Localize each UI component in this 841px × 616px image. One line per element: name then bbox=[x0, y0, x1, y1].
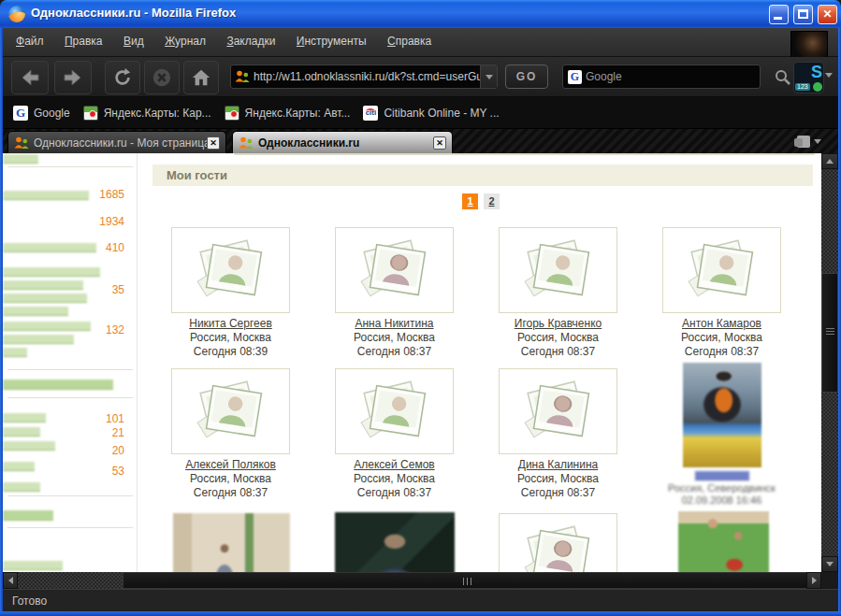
bookmark-google[interactable]: G Google bbox=[13, 106, 70, 121]
menu-view[interactable]: Вид bbox=[115, 35, 152, 48]
go-button[interactable]: GO bbox=[505, 64, 548, 89]
tab-close-icon[interactable]: ✕ bbox=[207, 136, 220, 150]
list-all-tabs-button[interactable] bbox=[797, 133, 825, 150]
guest-name-link[interactable]: Алексей Семов bbox=[335, 458, 454, 471]
yandex-maps-favicon bbox=[225, 106, 239, 121]
menu-help[interactable]: Справка bbox=[379, 35, 440, 48]
sidebar-link-obscured[interactable] bbox=[3, 413, 46, 423]
guest-name-link-obscured[interactable] bbox=[695, 471, 749, 480]
navigation-toolbar: http://w11.odnoklassniki.ru/dk?st.cmd=us… bbox=[0, 57, 841, 97]
default-avatar-icon bbox=[522, 520, 595, 572]
tab-my-page[interactable]: Одноклассники.ru - Моя страница ✕ bbox=[7, 131, 226, 153]
guest-name-link[interactable]: Алексей Поляков bbox=[171, 458, 290, 471]
scroll-right-button[interactable] bbox=[806, 572, 821, 589]
tab-close-icon[interactable]: ✕ bbox=[433, 136, 446, 150]
guest-name-link[interactable]: Игорь Кравченко bbox=[499, 317, 617, 330]
sidebar-divider bbox=[137, 153, 138, 572]
sidebar-link-obscured[interactable] bbox=[3, 561, 63, 570]
guest-visit-time: Сегодня 08:37 bbox=[662, 345, 781, 358]
scroll-down-button[interactable] bbox=[821, 556, 838, 572]
sidebar-rule bbox=[7, 166, 133, 167]
menu-history[interactable]: Журнал bbox=[156, 35, 214, 48]
forward-button[interactable] bbox=[54, 61, 92, 94]
scroll-up-button[interactable] bbox=[821, 153, 838, 169]
sidebar-counter: 53 bbox=[82, 465, 124, 478]
menu-bookmarks[interactable]: Закладки bbox=[218, 35, 283, 48]
vertical-scrollbar[interactable] bbox=[821, 153, 838, 572]
bookmark-label: Яндекс.Карты: Кар... bbox=[104, 107, 211, 120]
guest-photo[interactable] bbox=[173, 513, 290, 572]
pagination-page-1[interactable]: 1 bbox=[462, 193, 478, 209]
vertical-scroll-thumb[interactable] bbox=[821, 273, 838, 393]
sidebar-link-obscured[interactable] bbox=[3, 154, 38, 164]
guest-name-link[interactable]: Анна Никитина bbox=[335, 317, 454, 330]
guest-avatar[interactable] bbox=[499, 227, 617, 313]
sidebar-link-obscured[interactable] bbox=[3, 482, 40, 492]
pagination-page-2[interactable]: 2 bbox=[484, 193, 500, 209]
guest-photo[interactable] bbox=[678, 511, 769, 572]
address-bar[interactable]: http://w11.odnoklassniki.ru/dk?st.cmd=us… bbox=[230, 64, 498, 89]
guest-name-link[interactable]: Антон Камаров bbox=[662, 317, 781, 330]
guest-avatar[interactable] bbox=[662, 227, 781, 313]
menu-tools[interactable]: Инструменты bbox=[288, 35, 375, 48]
guest-avatar[interactable] bbox=[499, 513, 617, 572]
menu-file[interactable]: Файл bbox=[7, 35, 52, 48]
bookmark-label: Яндекс.Карты: Авт... bbox=[245, 107, 351, 120]
horizontal-scrollbar[interactable] bbox=[3, 572, 821, 589]
tab-guests-active[interactable]: Одноклассники.ru ✕ bbox=[232, 131, 453, 153]
sidebar-link-obscured[interactable] bbox=[3, 335, 74, 344]
guest-avatar[interactable] bbox=[171, 368, 290, 454]
guest-card: Антон Камаров Россия, Москва Сегодня 08:… bbox=[662, 227, 781, 358]
sidebar-link-obscured[interactable] bbox=[3, 462, 35, 471]
chevron-down-icon bbox=[814, 139, 821, 144]
url-text[interactable]: http://w11.odnoklassniki.ru/dk?st.cmd=us… bbox=[250, 70, 480, 83]
sidebar-link-obscured[interactable] bbox=[3, 294, 87, 303]
search-input[interactable]: Google bbox=[586, 70, 622, 83]
bookmark-yandex-maps-2[interactable]: Яндекс.Карты: Авт... bbox=[225, 106, 351, 121]
guest-location: Россия, Москва bbox=[335, 472, 454, 485]
sidebar-link-obscured[interactable] bbox=[3, 427, 40, 437]
guest-avatar[interactable] bbox=[335, 368, 454, 454]
search-icon[interactable] bbox=[775, 69, 790, 89]
maximize-icon bbox=[798, 9, 808, 19]
skype-dropdown-icon[interactable] bbox=[825, 73, 833, 78]
sidebar-link-obscured[interactable] bbox=[3, 348, 27, 357]
sidebar-link-obscured[interactable] bbox=[3, 441, 55, 451]
google-engine-icon[interactable]: G bbox=[568, 70, 582, 84]
menu-edit[interactable]: Правка bbox=[56, 35, 111, 48]
sidebar-link-obscured[interactable] bbox=[3, 307, 68, 316]
close-button[interactable]: ✕ bbox=[818, 5, 837, 24]
scroll-left-button[interactable] bbox=[3, 572, 18, 589]
minimize-button[interactable] bbox=[769, 5, 789, 24]
stop-button[interactable] bbox=[144, 61, 180, 94]
skype-icon: S bbox=[811, 63, 822, 82]
stop-icon bbox=[152, 67, 172, 88]
horizontal-scroll-thumb[interactable] bbox=[123, 572, 807, 589]
search-bar[interactable]: G Google bbox=[562, 64, 761, 89]
sidebar-link-obscured[interactable] bbox=[3, 280, 83, 290]
reload-button[interactable] bbox=[105, 61, 140, 94]
sidebar-link-obscured[interactable] bbox=[3, 510, 53, 521]
maximize-button[interactable] bbox=[793, 5, 813, 24]
home-button[interactable] bbox=[183, 61, 219, 94]
back-button[interactable] bbox=[11, 61, 49, 94]
bookmark-yandex-maps-1[interactable]: Яндекс.Карты: Кар... bbox=[83, 106, 211, 121]
url-dropdown-button[interactable] bbox=[480, 65, 497, 88]
guest-location: Россия, Москва bbox=[499, 331, 617, 344]
sidebar-link-obscured[interactable] bbox=[3, 191, 89, 200]
guest-avatar[interactable] bbox=[171, 227, 290, 313]
guest-photo[interactable] bbox=[335, 512, 455, 572]
guest-photo[interactable] bbox=[683, 363, 761, 467]
bookmark-citibank[interactable]: citi Citibank Online - MY ... bbox=[363, 106, 499, 121]
sidebar-link-obscured[interactable] bbox=[3, 267, 100, 277]
arrow-down-icon bbox=[826, 562, 834, 566]
skype-extension-button[interactable]: S 123 bbox=[793, 62, 824, 93]
guest-avatar[interactable] bbox=[499, 368, 617, 454]
guest-avatar[interactable] bbox=[335, 227, 454, 313]
guest-name-link[interactable]: Дина Калинина bbox=[499, 458, 617, 471]
thumb-grip bbox=[463, 578, 464, 585]
horizontal-scroll-track[interactable] bbox=[18, 572, 123, 589]
sidebar-link-obscured[interactable] bbox=[3, 322, 91, 331]
guest-name-link[interactable]: Никита Сергеев bbox=[171, 317, 290, 330]
sidebar-link-obscured[interactable] bbox=[3, 380, 113, 390]
